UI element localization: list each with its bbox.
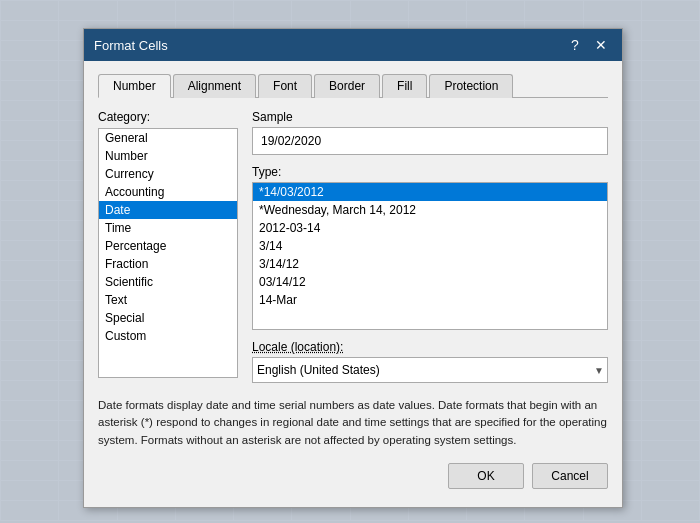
dialog-body: NumberAlignmentFontBorderFillProtection …	[84, 61, 622, 507]
tab-font[interactable]: Font	[258, 74, 312, 98]
help-button[interactable]: ?	[564, 34, 586, 56]
locale-label: Locale (location):	[252, 340, 608, 354]
type-item[interactable]: 2012-03-14	[253, 219, 607, 237]
sample-value: 19/02/2020	[252, 127, 608, 155]
tab-protection[interactable]: Protection	[429, 74, 513, 98]
dialog-footer: OK Cancel	[98, 463, 608, 493]
type-item[interactable]: *Wednesday, March 14, 2012	[253, 201, 607, 219]
category-item[interactable]: Number	[99, 147, 237, 165]
right-panel: Sample 19/02/2020 Type: *14/03/2012*Wedn…	[252, 110, 608, 383]
type-item[interactable]: 3/14	[253, 237, 607, 255]
category-item[interactable]: Time	[99, 219, 237, 237]
description-text: Date formats display date and time seria…	[98, 397, 608, 449]
category-item[interactable]: General	[99, 129, 237, 147]
tab-border[interactable]: Border	[314, 74, 380, 98]
titlebar-buttons: ? ✕	[564, 34, 612, 56]
type-item[interactable]: 03/14/12	[253, 273, 607, 291]
cancel-button[interactable]: Cancel	[532, 463, 608, 489]
locale-select[interactable]: English (United States)English (United K…	[252, 357, 608, 383]
tab-number[interactable]: Number	[98, 74, 171, 98]
category-item[interactable]: Date	[99, 201, 237, 219]
dialog-titlebar: Format Cells ? ✕	[84, 29, 622, 61]
category-item[interactable]: Accounting	[99, 183, 237, 201]
type-list[interactable]: *14/03/2012*Wednesday, March 14, 2012201…	[252, 182, 608, 330]
category-label: Category:	[98, 110, 238, 124]
category-item[interactable]: Custom	[99, 327, 237, 345]
category-section: Category: GeneralNumberCurrencyAccountin…	[98, 110, 238, 383]
category-item[interactable]: Fraction	[99, 255, 237, 273]
type-section: Type: *14/03/2012*Wednesday, March 14, 2…	[252, 165, 608, 330]
type-item[interactable]: 3/14/12	[253, 255, 607, 273]
type-item[interactable]: 14-Mar	[253, 291, 607, 309]
category-item[interactable]: Currency	[99, 165, 237, 183]
type-item[interactable]: *14/03/2012	[253, 183, 607, 201]
close-button[interactable]: ✕	[590, 34, 612, 56]
category-item[interactable]: Percentage	[99, 237, 237, 255]
category-list[interactable]: GeneralNumberCurrencyAccountingDateTimeP…	[98, 128, 238, 378]
type-label: Type:	[252, 165, 608, 179]
locale-wrapper: English (United States)English (United K…	[252, 357, 608, 383]
locale-section: Locale (location): English (United State…	[252, 340, 608, 383]
ok-button[interactable]: OK	[448, 463, 524, 489]
category-item[interactable]: Text	[99, 291, 237, 309]
dialog-title: Format Cells	[94, 38, 168, 53]
format-cells-dialog: Format Cells ? ✕ NumberAlignmentFontBord…	[83, 28, 623, 508]
tab-fill[interactable]: Fill	[382, 74, 427, 98]
category-item[interactable]: Scientific	[99, 273, 237, 291]
category-item[interactable]: Special	[99, 309, 237, 327]
content-area: Category: GeneralNumberCurrencyAccountin…	[98, 110, 608, 383]
sample-label: Sample	[252, 110, 608, 124]
tab-bar: NumberAlignmentFontBorderFillProtection	[98, 71, 608, 98]
tab-alignment[interactable]: Alignment	[173, 74, 256, 98]
sample-section: Sample 19/02/2020	[252, 110, 608, 155]
